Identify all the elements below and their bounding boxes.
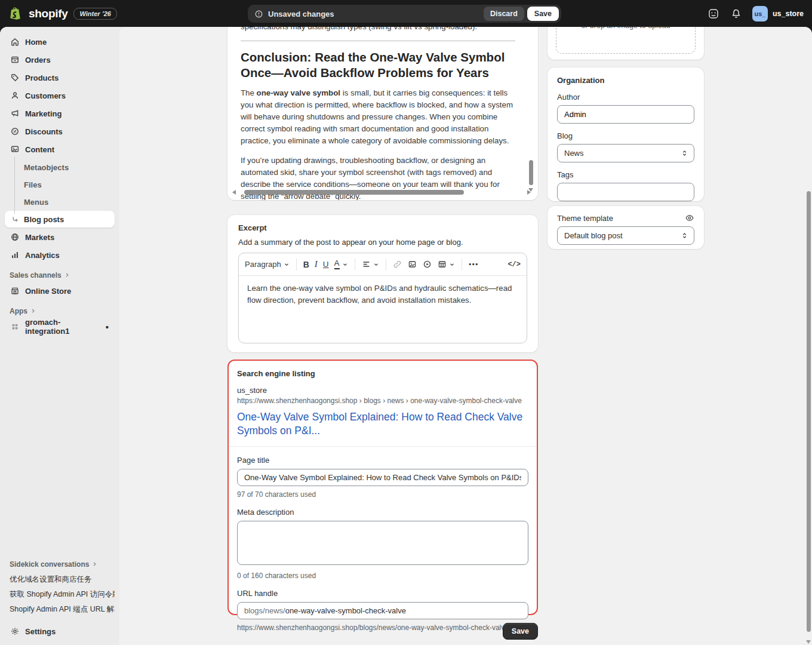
sidebar-item-label: Marketing (25, 109, 61, 118)
analytics-bars-icon (10, 250, 20, 260)
sidebar-item-discounts[interactable]: Discounts (5, 123, 115, 140)
markets-globe-icon (10, 232, 20, 242)
sidebar-item-label: Settings (25, 627, 56, 636)
window-scroll-down-arrow[interactable] (806, 640, 811, 644)
article-horizontal-scrollbar[interactable] (239, 190, 521, 195)
blog-select-value: News (564, 149, 584, 158)
discard-button[interactable]: Discard (484, 7, 524, 21)
sidebar-item-orders[interactable]: Orders (5, 51, 115, 68)
url-preview: https://www.shenzhenhaogongsi.shop/blogs… (237, 624, 528, 632)
save-button-top[interactable]: Save (527, 7, 559, 21)
sidebar-item-marketing[interactable]: Marketing (5, 105, 115, 122)
sidebar-item-label: Blog posts (24, 215, 64, 224)
more-options-button[interactable]: ⋯ (469, 259, 479, 270)
sidebar-item-label: Menus (24, 198, 48, 207)
article-editor-card[interactable]: specifications may distinguish types (sw… (227, 27, 538, 200)
italic-button[interactable]: I (315, 259, 318, 269)
sidekick-conversations-header[interactable]: Sidekick conversations (10, 560, 110, 569)
enter-arrow-icon (11, 215, 20, 224)
sidebar-item-label: Metaobjects (24, 163, 69, 172)
editor-toolbar: Paragraph B I U A (239, 253, 527, 276)
url-handle-input[interactable]: blogs/news/one-way-valve-symbol-check-va… (237, 602, 528, 619)
sidebar-item-settings[interactable]: Settings (5, 623, 115, 640)
sidebar-item-blog-posts[interactable]: Blog posts (5, 211, 115, 228)
window-scrollbar[interactable] (807, 191, 811, 632)
insert-link-icon[interactable] (393, 260, 402, 269)
conversation-label: 获取 Shopify Admin API 访问令牌 (10, 589, 115, 600)
conversation-item[interactable]: 获取 Shopify Admin API 访问令牌 (5, 587, 115, 602)
toolbar-separator (355, 259, 355, 271)
shopify-logo[interactable]: shopify Winter ’26 (10, 7, 117, 21)
eye-icon[interactable] (685, 213, 694, 223)
conversation-item[interactable]: Shopify Admin API 端点 URL 解析 (5, 602, 115, 617)
text-color-dropdown[interactable]: A (334, 259, 348, 269)
theme-template-select[interactable]: Default blog post (557, 226, 694, 245)
organization-card: Organization Author Blog News Tags (548, 67, 704, 201)
chevron-right-icon (64, 272, 71, 279)
sidebar-item-markets[interactable]: Markets (5, 229, 115, 245)
marketing-icon (10, 109, 20, 119)
insert-table-dropdown[interactable] (438, 260, 455, 269)
save-button-bottom[interactable]: Save (503, 623, 538, 640)
apps-header[interactable]: Apps (10, 307, 110, 315)
scroll-left-arrow[interactable] (232, 190, 236, 195)
serp-site-name: us_store (237, 386, 528, 395)
excerpt-editor: Paragraph B I U A (238, 253, 527, 343)
sidebar-item-label: Home (25, 38, 47, 47)
sidebar-item-customers[interactable]: Customers (5, 87, 115, 104)
blog-select[interactable]: News (557, 144, 694, 162)
sidebar-item-menus[interactable]: Menus (5, 194, 115, 210)
store-menu[interactable]: us_ us_store (752, 6, 804, 22)
excerpt-description: Add a summary of the post to appear on y… (238, 238, 527, 247)
sidebar-item-home[interactable]: Home (5, 33, 115, 50)
sidebar-item-label: Products (25, 73, 59, 82)
insert-video-icon[interactable] (423, 260, 432, 269)
paragraph-style-dropdown[interactable]: Paragraph (245, 260, 290, 269)
sidebar-item-analytics[interactable]: Analytics (5, 247, 115, 263)
featured-image-card: or drop an image to upload (548, 27, 704, 60)
blog-label: Blog (557, 131, 694, 140)
serp-title-link[interactable]: One-Way Valve Symbol Explained: How to R… (237, 410, 528, 438)
sidebar-item-label: Online Store (25, 287, 71, 296)
theme-template-value: Default blog post (564, 231, 623, 240)
image-dropzone[interactable]: or drop an image to upload (556, 27, 696, 54)
excerpt-textbox[interactable]: Learn the one-way valve symbol on P&IDs … (239, 276, 527, 313)
online-store-icon (10, 286, 20, 296)
toolbar-separator (296, 259, 297, 271)
author-input[interactable] (557, 105, 694, 124)
select-updown-icon (681, 149, 688, 157)
underline-button[interactable]: U (323, 260, 329, 269)
meta-description-textarea[interactable] (237, 521, 528, 565)
sidebar-item-files[interactable]: Files (5, 176, 115, 193)
sidebar-item-metaobjects[interactable]: Metaobjects (5, 159, 115, 176)
gear-icon (10, 626, 20, 637)
sidebar-item-content[interactable]: Content (5, 141, 115, 158)
article-vertical-scrollbar[interactable] (529, 160, 533, 185)
sidebar-item-app-gromach[interactable]: gromach-integration1 • (5, 318, 115, 335)
tags-input[interactable] (557, 183, 694, 201)
app-icon (10, 322, 20, 332)
sidebar-item-label: Orders (25, 56, 51, 64)
section-label: Sidekick conversations (10, 560, 89, 569)
sidebar-item-online-store[interactable]: Online Store (5, 282, 115, 299)
tags-label: Tags (557, 170, 694, 179)
conversation-item[interactable]: 优化域名设置和商店任务 (5, 572, 115, 587)
url-handle-prefix: blogs/news/ (244, 606, 285, 615)
code-view-button[interactable]: </> (508, 260, 521, 269)
article-paragraph: The one-way valve symbol is small, but i… (241, 87, 515, 147)
sidekick-icon[interactable] (707, 7, 720, 20)
sales-channels-header[interactable]: Sales channels (10, 271, 110, 280)
article-divider (241, 41, 515, 41)
scroll-right-arrow[interactable] (527, 190, 531, 195)
insert-image-icon[interactable] (408, 260, 417, 269)
alignment-dropdown[interactable] (362, 260, 379, 269)
notifications-bell-icon[interactable] (730, 7, 743, 20)
page-title-input[interactable] (237, 469, 528, 486)
conversation-label: 优化域名设置和商店任务 (10, 575, 92, 585)
sidebar-item-label: Discounts (25, 127, 63, 136)
sidebar-item-products[interactable]: Products (5, 69, 115, 86)
page-title-label: Page title (237, 456, 528, 465)
page-title-counter: 97 of 70 characters used (237, 490, 528, 499)
bold-button[interactable]: B (303, 260, 309, 269)
home-icon (10, 37, 20, 47)
